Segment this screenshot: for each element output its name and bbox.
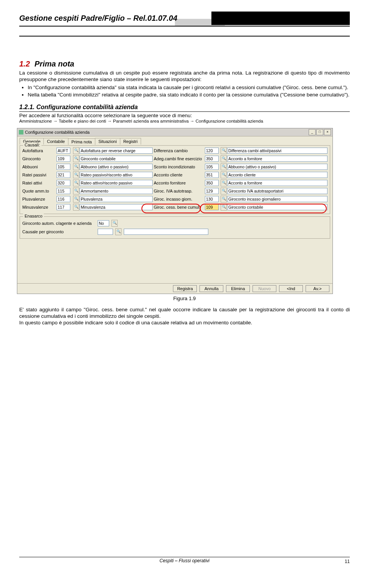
btn-elimina[interactable]: Elimina [226,285,250,292]
screenshot-window: Configurazione contabilità azienda _ □ ×… [17,128,333,294]
row-label: Autofattura [22,148,55,153]
bullet-2: Nella tabella "Conti immobilizzi" relati… [28,92,350,98]
row-desc[interactable] [80,196,153,202]
row-code[interactable] [57,164,70,170]
para-menu-intro: Per accedere al funzionalità occorre sel… [19,113,350,119]
footer-title: Cespiti – Flussi operativi [19,557,350,563]
lookup-icon[interactable]: 🔍 [221,179,227,186]
section-heading: 1.2Prima nota [19,60,350,68]
lookup-icon[interactable]: 🔍 [221,147,227,154]
row-label: Plusvalenze [22,197,55,201]
fieldset-causali: Causali: Autofattura🔍Differenza cambio🔍G… [20,145,330,214]
lookup-icon[interactable]: 🔍 [73,188,79,194]
row-label: Giroconto [22,156,55,161]
lookup-icon[interactable]: 🔍 [221,171,227,178]
menu-path: Amministrazione → Tabelle e piano dei co… [19,119,350,123]
lookup-icon[interactable]: 🔍 [221,188,227,194]
row-label-2: Acconto fornitore [154,181,204,185]
row-label-2: Giroc. IVA autotrasp. [154,189,204,193]
subsection-heading: 1.2.1. Configurazione contabilità aziend… [19,104,350,112]
row-code-2[interactable] [205,148,219,154]
row-code[interactable] [57,172,70,178]
row-label-2: Sconto incondizionato [154,164,204,169]
label-causale-giroconto: Causale per giroconto [22,229,95,234]
tab-bar: Generale Contabile Prima nota Situazioni… [17,136,332,145]
row-label: Minusvalenze [22,205,55,209]
lookup-icon[interactable]: 🔍 [73,179,79,186]
highlight-circle-right [200,204,327,213]
row-desc[interactable] [80,180,153,186]
row-code-2[interactable] [205,196,219,202]
lookup-icon[interactable]: 🔍 [73,147,79,154]
lookup-icon[interactable]: 🔍 [73,171,79,178]
row-code-2[interactable] [205,180,219,186]
para-intro: La cessione o dismissione cumulativa di … [19,70,350,83]
row-code[interactable] [57,156,70,162]
figure-caption: Figura 1.9 [19,296,350,301]
row-code-2[interactable] [205,156,219,162]
tab-contabile[interactable]: Contabile [43,138,68,145]
row-desc-2[interactable] [227,148,327,154]
row-desc[interactable] [80,188,153,194]
row-desc-2[interactable] [227,188,327,194]
fieldset-enasarco: Enasarco Giroconto autom. c/agente e azi… [20,216,330,239]
row-code[interactable] [57,204,70,210]
bullet-1: In "Configurazione contabilità azienda" … [28,85,350,91]
btn-next[interactable]: Av.> [306,285,329,292]
row-desc-2[interactable] [227,164,327,170]
row-code-2[interactable] [205,164,219,170]
row-desc-2[interactable] [227,156,327,162]
row-label: Ratei attivi [22,181,55,185]
row-code[interactable] [57,180,70,186]
row-desc[interactable] [80,164,153,170]
lookup-giroconto-autom[interactable]: 🔍 [111,220,118,227]
lookup-icon[interactable]: 🔍 [73,163,79,170]
minimize-button[interactable]: _ [309,129,316,135]
row-label: Ratei passivi [22,173,55,177]
row-code[interactable] [57,196,70,202]
row-code[interactable] [57,188,70,194]
input-giroconto-autom[interactable] [98,220,109,226]
window-title: Configurazione contabilità azienda [25,130,90,135]
row-desc-2[interactable] [227,172,327,178]
lookup-icon[interactable]: 🔍 [221,155,227,162]
row-label-2: Acconto cliente [154,173,204,177]
input-causale-giroconto[interactable] [98,229,113,235]
btn-prev[interactable]: <Ind [279,285,303,292]
lookup-causale-giroconto[interactable]: 🔍 [115,228,121,235]
row-label-2: Giroc. incasso giorn. [154,197,204,201]
tab-situazioni[interactable]: Situazioni [95,138,120,145]
maximize-button[interactable]: □ [316,129,323,135]
label-giroconto-autom: Giroconto autom. c/agente e azienda [22,221,95,226]
fieldset-enasarco-legend: Enasarco [23,214,44,218]
tab-prima-nota[interactable]: Prima nota [68,138,95,145]
tab-registri[interactable]: Registri [120,138,141,145]
lookup-icon[interactable]: 🔍 [73,155,79,162]
para-after-fig-1: E' stato aggiunto il campo "Giroc. cess.… [19,307,350,320]
lookup-icon[interactable]: 🔍 [73,196,79,203]
fieldset-causali-legend: Causali: [23,143,42,147]
row-desc[interactable] [80,148,153,154]
lookup-icon[interactable]: 🔍 [73,204,79,211]
row-desc-2[interactable] [227,180,327,186]
lookup-icon[interactable]: 🔍 [221,163,227,170]
close-button[interactable]: × [324,129,331,135]
row-desc-2[interactable] [227,196,327,202]
input-causale-giroconto-desc[interactable] [124,229,208,235]
header-black-band [211,12,350,25]
btn-annulla[interactable]: Annulla [199,285,223,292]
row-code-2[interactable] [205,188,219,194]
btn-nuovo[interactable]: Nuovo [253,285,276,292]
row-label: Quote amm.to [22,189,55,193]
row-label: Abbuoni [22,164,55,169]
page-number: 11 [345,559,350,564]
row-code[interactable] [57,148,70,154]
row-desc[interactable] [80,156,153,162]
row-desc[interactable] [80,172,153,178]
highlight-circle-left [141,204,201,213]
lookup-icon[interactable]: 🔍 [221,196,227,203]
button-bar: Registra Annulla Elimina Nuovo <Ind Av.> [17,283,332,294]
btn-registra[interactable]: Registra [173,285,197,292]
row-code-2[interactable] [205,172,219,178]
window-titlebar: Configurazione contabilità azienda _ □ × [17,128,332,136]
